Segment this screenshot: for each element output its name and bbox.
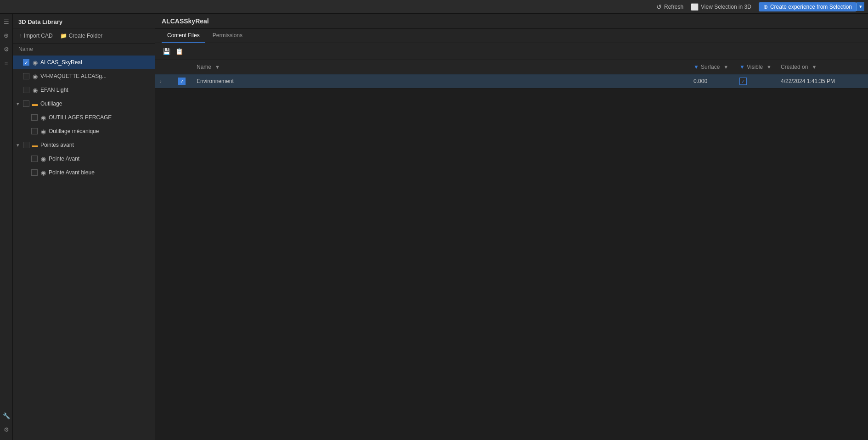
name-filter-icon[interactable]: ▼ xyxy=(215,64,220,70)
created-on-filter-icon[interactable]: ▼ xyxy=(812,64,817,70)
row-checkbox-cell xyxy=(174,74,192,89)
tree-item-outillages-percage[interactable]: ◉ OUTILLAGES PERCAGE xyxy=(13,111,155,124)
main-layout: ☰ ⊕ ⚙ ≡ 🔧 ⚙ 3D Data Library ↑ Import CAD… xyxy=(0,14,868,440)
doc-icon-efan: ◉ xyxy=(31,86,39,94)
visible-filter-icon[interactable]: ▼ xyxy=(767,64,772,70)
checkbox-pointes-avant[interactable] xyxy=(23,142,29,148)
label-outillage: Outillage xyxy=(40,100,62,107)
expander-v4[interactable] xyxy=(15,73,21,79)
th-created-on: Created on ▼ xyxy=(776,60,868,74)
row-created-on-cell: 4/22/2024 1:41:35 PM xyxy=(776,74,868,89)
refresh-icon: ↺ xyxy=(656,3,662,11)
checkbox-outillage-mec[interactable] xyxy=(31,128,38,134)
label-efan: EFAN Light xyxy=(40,87,68,93)
folder-icon-outillage: ▬ xyxy=(31,100,39,107)
tree-item-outillage[interactable]: ▾ ▬ Outillage xyxy=(13,97,155,111)
name-header-label: Name xyxy=(18,46,33,52)
row-expander-icon[interactable]: › xyxy=(160,78,162,84)
expander-outillage-mec[interactable] xyxy=(23,128,29,134)
th-name: Name ▼ xyxy=(192,60,689,74)
import-cad-button[interactable]: ↑ Import CAD xyxy=(17,31,56,40)
upload-icon: ↑ xyxy=(19,33,22,39)
th-surface: ▼ Surface ▼ xyxy=(689,60,735,74)
doc-icon-v4: ◉ xyxy=(31,72,39,80)
create-folder-label: Create Folder xyxy=(69,33,102,39)
expander-efan[interactable] xyxy=(15,87,21,93)
label-pointe-avant-bleue: Pointe Avant bleue xyxy=(49,169,95,176)
checkbox-pointe-avant-bleue[interactable] xyxy=(31,169,38,176)
tree-item-pointe-avant[interactable]: ◉ Pointe Avant xyxy=(13,152,155,166)
tab-content-files-label: Content Files xyxy=(167,32,200,39)
th-checkbox xyxy=(174,60,192,74)
tabs-bar: Content Files Permissions xyxy=(155,29,868,43)
label-pointes-avant: Pointes avant xyxy=(40,142,74,148)
right-panel-title: ALCASSkyReal xyxy=(155,14,868,29)
expander-alcas[interactable] xyxy=(15,59,21,66)
expander-pointe-avant-bleue[interactable] xyxy=(23,169,29,176)
tree-item-outillage-mec[interactable]: ◉ Outillage mécanique xyxy=(13,124,155,138)
checkbox-pointe-avant[interactable] xyxy=(31,156,38,162)
doc-icon-pointe-avant: ◉ xyxy=(39,155,47,162)
sidebar-add-icon[interactable]: ⊕ xyxy=(1,30,11,40)
chevron-down-icon: ▾ xyxy=(859,4,862,9)
expander-outillage[interactable]: ▾ xyxy=(15,100,21,107)
sidebar-config-icon[interactable]: ⚙ xyxy=(1,424,11,434)
tab-permissions[interactable]: Permissions xyxy=(207,29,248,43)
table-row[interactable]: › Environnement 0.000 xyxy=(155,74,868,89)
sidebar-settings-icon[interactable]: ⚙ xyxy=(1,44,11,54)
file-tree: ◉ ALCAS_SkyReal ◉ V4-MAQUETTE ALCASg... … xyxy=(13,55,155,440)
sidebar-icons-panel: ☰ ⊕ ⚙ ≡ 🔧 ⚙ xyxy=(0,14,13,440)
tree-name-header: Name xyxy=(13,44,155,55)
checkbox-efan[interactable] xyxy=(23,87,29,93)
import-cad-label: Import CAD xyxy=(24,33,53,39)
folder-add-icon: 📁 xyxy=(60,33,67,39)
th-created-on-label: Created on xyxy=(781,64,808,70)
doc-icon-outillage-mec: ◉ xyxy=(39,128,47,135)
doc-icon-alcas: ◉ xyxy=(31,59,39,66)
tree-item-pointes-avant[interactable]: ▾ ▬ Pointes avant xyxy=(13,138,155,152)
doc-icon-pointe-avant-bleue: ◉ xyxy=(39,169,47,176)
left-toolbar: ↑ Import CAD 📁 Create Folder xyxy=(13,28,155,44)
row-surface-value: 0.000 xyxy=(693,78,707,84)
save-button[interactable]: 💾 xyxy=(161,46,172,57)
refresh-label: Refresh xyxy=(664,4,683,10)
view-selection-action[interactable]: ⬜ View Selection in 3D xyxy=(691,3,751,11)
checkbox-outillage[interactable] xyxy=(23,100,29,107)
expander-pointe-avant[interactable] xyxy=(23,156,29,162)
create-experience-button[interactable]: ⊕ Create experience from Selection xyxy=(759,2,857,11)
th-name-label: Name xyxy=(197,64,211,70)
checkbox-v4[interactable] xyxy=(23,73,29,79)
table-header-row: Name ▼ ▼ Surface ▼ xyxy=(155,60,868,74)
surface-filter-icon[interactable]: ▼ xyxy=(723,64,728,70)
tab-content-files[interactable]: Content Files xyxy=(162,29,205,43)
checkbox-outillages-percage[interactable] xyxy=(31,114,38,121)
label-outillage-mec: Outillage mécanique xyxy=(49,128,99,134)
content-table: Name ▼ ▼ Surface ▼ xyxy=(155,60,868,89)
tree-item-pointe-avant-bleue[interactable]: ◉ Pointe Avant bleue xyxy=(13,166,155,179)
row-created-on-value: 4/22/2024 1:41:35 PM xyxy=(781,78,835,84)
tree-item-efan[interactable]: ◉ EFAN Light xyxy=(13,83,155,97)
sidebar-tools-icon[interactable]: 🔧 xyxy=(1,411,11,421)
sidebar-list-icon[interactable]: ≡ xyxy=(1,58,11,68)
create-experience-dropdown-button[interactable]: ▾ xyxy=(857,2,864,11)
row-visible-cell xyxy=(735,74,776,89)
save-as-button[interactable]: 📋 xyxy=(174,46,185,57)
refresh-action[interactable]: ↺ Refresh xyxy=(656,3,683,11)
tab-permissions-label: Permissions xyxy=(213,32,242,39)
create-folder-button[interactable]: 📁 Create Folder xyxy=(57,31,105,40)
row-checkbox[interactable] xyxy=(178,78,186,85)
row-name-label: Environnement xyxy=(197,78,234,84)
save-icon: 💾 xyxy=(163,48,170,55)
th-visible: ▼ Visible ▼ xyxy=(735,60,776,74)
tree-item-v4[interactable]: ◉ V4-MAQUETTE ALCASg... xyxy=(13,69,155,83)
expander-pointes-avant[interactable]: ▾ xyxy=(15,142,21,148)
row-visible-checkbox[interactable] xyxy=(739,78,747,85)
checkbox-alcas[interactable] xyxy=(23,59,29,66)
th-expander xyxy=(155,60,174,74)
tree-item-alcas[interactable]: ◉ ALCAS_SkyReal xyxy=(13,56,155,69)
label-alcas: ALCAS_SkyReal xyxy=(40,59,82,66)
surface-filter-icon-left: ▼ xyxy=(693,64,699,70)
expander-outillages-percage[interactable] xyxy=(23,114,29,121)
create-experience-label: Create experience from Selection xyxy=(770,4,852,10)
sidebar-menu-icon[interactable]: ☰ xyxy=(1,17,11,27)
